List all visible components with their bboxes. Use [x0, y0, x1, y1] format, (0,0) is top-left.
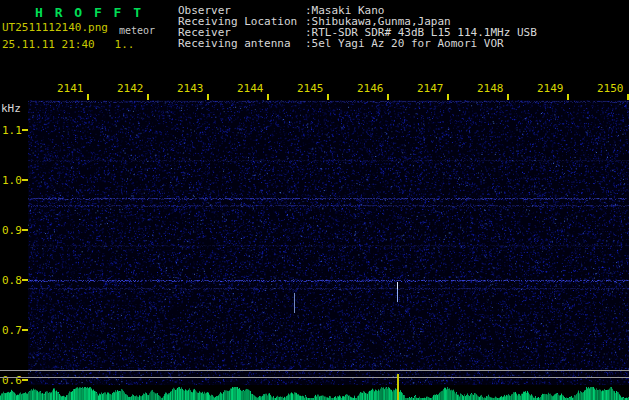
station-info-block: Observer:Masaki KanoReceiving Location:S…	[178, 5, 537, 49]
mode-label: meteor	[119, 25, 155, 36]
level-graph-upper-line	[0, 370, 629, 371]
station-info-value: :5el Yagi Az 20 for Aomori VOR	[305, 37, 504, 50]
time-tick-label: 2144	[237, 82, 264, 95]
signal-level-canvas	[0, 385, 629, 400]
freq-unit-label: kHz	[1, 102, 21, 115]
output-filename: UT2511112140.png	[2, 21, 108, 34]
time-tick-label: 2149	[537, 82, 564, 95]
freq-tick-label: 0.9	[2, 224, 22, 237]
time-tick-label: 2148	[477, 82, 504, 95]
hrofft-window: H R O F F T UT2511112140.png meteor 25.1…	[0, 0, 629, 400]
station-info-row: Receiving antenna:5el Yagi Az 20 for Aom…	[178, 38, 537, 49]
time-tick-label: 2142	[117, 82, 144, 95]
level-graph-lower-line	[0, 377, 629, 378]
time-tick-label: 2146	[357, 82, 384, 95]
meteor-signal-spike	[397, 374, 399, 400]
time-tick-label: 2141	[57, 82, 84, 95]
time-tick-label: 2147	[417, 82, 444, 95]
time-tick-label: 2145	[297, 82, 324, 95]
datetime-label: 25.11.11 21:40 1..	[2, 38, 134, 51]
time-tick-label: 2143	[177, 82, 204, 95]
app-title: H R O F F T	[35, 5, 143, 20]
freq-tick-label: 0.7	[2, 324, 22, 337]
time-tick-label: 2150	[597, 82, 624, 95]
spectrogram-canvas	[28, 100, 629, 385]
freq-tick-label: 1.1	[2, 124, 22, 137]
freq-tick-label: 1.0	[2, 174, 22, 187]
station-info-label: Receiving antenna	[178, 38, 305, 49]
freq-tick-label: 0.8	[2, 274, 22, 287]
